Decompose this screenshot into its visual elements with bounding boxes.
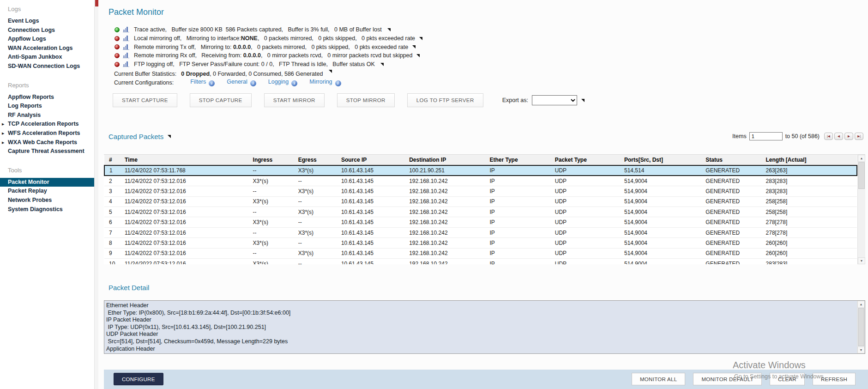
table-row[interactable]: 211/24/2022 07:53:12.016X3*(s)--10.61.43… [104,176,857,186]
stop-mirror-button[interactable]: STOP MIRROR [337,93,395,107]
sidebar-item-packet-replay[interactable]: Packet Replay [0,187,94,196]
column-header-ether-type[interactable]: Ether Type [485,155,550,165]
last-page-button[interactable]: ▶| [855,133,863,140]
tooltip-marker-icon [380,63,384,66]
sidebar-item-label: WXA Web Cache Reports [8,139,77,146]
sidebar-item-event-logs[interactable]: Event Logs [0,17,94,26]
graph-stats-icon[interactable] [123,53,129,58]
chevron-right-icon[interactable]: ▶ [2,120,4,129]
detail-scrollbar-thumb[interactable] [858,308,864,346]
stop-capture-button[interactable]: STOP CAPTURE [190,93,252,107]
graph-stats-icon[interactable] [123,44,129,50]
info-icon[interactable]: i [291,80,297,86]
sidebar-item-appflow-reports[interactable]: Appflow Reports [0,93,94,102]
table-cell: IP [485,227,550,237]
table-cell: 192.168.10.242 [404,176,485,186]
clear-button[interactable]: CLEAR [770,373,805,385]
column-header-source-ip[interactable]: Source IP [337,155,404,165]
refresh-button[interactable]: REFRESH [813,373,856,385]
table-cell: 10.61.43.145 [337,207,404,217]
info-icon[interactable]: i [335,80,341,86]
column-header-ports-src-dst[interactable]: Ports[Src, Dst] [620,155,701,165]
table-row[interactable]: 811/24/2022 07:53:12.016X3*(s)--10.61.43… [104,238,857,248]
sidebar-scrollbar[interactable] [94,0,98,389]
sidebar-item-tcp-acceleration-reports[interactable]: ▶TCP Acceleration Reports [0,120,94,129]
table-cell: IP [485,165,550,176]
column-header-[interactable]: # [104,155,120,165]
column-header-status[interactable]: Status [701,155,761,165]
sidebar-item-connection-logs[interactable]: Connection Logs [0,26,94,35]
export-as-select[interactable] [532,95,577,105]
detail-scrollbar[interactable]: ▲ ▼ [857,301,865,353]
graph-stats-icon[interactable] [123,27,129,32]
table-row[interactable]: 611/24/2022 07:53:12.016X3*(s)--10.61.43… [104,217,857,227]
table-cell: X3*(s) [248,217,294,227]
log-to-ftp-server-button[interactable]: LOG TO FTP SERVER [407,93,483,107]
scroll-up-icon[interactable]: ▲ [858,155,865,162]
table-row[interactable]: 511/24/2022 07:53:12.016--X3*(s)10.61.43… [104,207,857,217]
sidebar-item-packet-monitor[interactable]: Packet Monitor [0,178,94,187]
graph-stats-icon[interactable] [123,61,129,67]
table-cell: 192.168.10.242 [404,248,485,258]
sidebar-item-sd-wan-connection-logs[interactable]: SD-WAN Connection Logs [0,62,94,71]
table-cell: 11/24/2022 07:53:12.016 [120,207,248,217]
monitor-all-button[interactable]: MONITOR ALL [632,373,685,385]
table-cell: 3 [104,186,120,196]
chevron-right-icon[interactable]: ▶ [2,138,4,147]
configure-button[interactable]: CONFIGURE [114,373,163,385]
table-row[interactable]: 311/24/2022 07:53:12.016--X3*(s)10.61.43… [104,186,857,196]
table-cell: UDP [550,227,620,237]
column-header-egress[interactable]: Egress [294,155,337,165]
table-cell: 9 [104,248,120,258]
table-row[interactable]: 1011/24/2022 07:53:12.016X3*(s)--10.61.4… [104,259,857,264]
first-page-button[interactable]: |◀ [824,133,833,140]
sidebar-item-network-probes[interactable]: Network Probes [0,196,94,205]
items-page-input[interactable] [749,132,783,140]
monitor-default-button[interactable]: MONITOR DEFAULT [693,373,762,385]
sidebar-item-capture-threat-assessment[interactable]: Capture Threat Assessment [0,147,94,156]
start-capture-button[interactable]: START CAPTURE [113,93,177,107]
table-cell: UDP [550,176,620,186]
table-scrollbar-thumb[interactable] [858,162,865,189]
scroll-down-icon[interactable]: ▼ [857,346,865,353]
column-header-time[interactable]: Time [120,155,248,165]
sidebar-item-system-diagnostics[interactable]: System Diagnostics [0,205,94,214]
graph-stats-icon[interactable] [123,36,129,41]
sidebar-item-label: Event Logs [8,18,39,24]
table-row[interactable]: 111/24/2022 07:53:11.768--X3*(s)10.61.43… [104,165,857,176]
config-link-logging[interactable]: Logging [268,79,289,85]
table-row[interactable]: 911/24/2022 07:53:12.016--X3*(s)10.61.43… [104,248,857,258]
sidebar-scrollbar-thumb[interactable] [95,0,98,6]
column-header-packet-type[interactable]: Packet Type [550,155,620,165]
table-row[interactable]: 711/24/2022 07:53:12.016--X3*(s)10.61.43… [104,227,857,237]
column-header-ingress[interactable]: Ingress [248,155,294,165]
sidebar-item-appflow-logs[interactable]: Appflow Logs [0,35,94,44]
table-cell: 100.21.90.251 [404,165,485,176]
config-link-mirroring[interactable]: Mirroring [309,79,332,85]
scroll-down-icon[interactable]: ▼ [858,257,865,264]
table-row[interactable]: 411/24/2022 07:53:12.016X3*(s)--10.61.43… [104,196,857,207]
table-scrollbar[interactable]: ▲ ▼ [857,155,865,264]
chevron-right-icon[interactable]: ▶ [2,129,4,138]
next-page-button[interactable]: ▶ [844,133,853,140]
start-mirror-button[interactable]: START MIRROR [264,93,325,107]
sidebar-item-label: TCP Acceleration Reports [8,121,79,127]
led-red-icon [115,36,120,41]
info-icon[interactable]: i [209,80,215,86]
info-icon[interactable]: i [250,80,256,86]
sidebar-item-rf-analysis[interactable]: RF Analysis [0,111,94,120]
sidebar-item-log-reports[interactable]: Log Reports [0,102,94,111]
sidebar-item-wfs-acceleration-reports[interactable]: ▶WFS Acceleration Reports [0,129,94,138]
config-link-filters[interactable]: Filters [190,79,206,85]
sidebar-item-wxa-web-cache-reports[interactable]: ▶WXA Web Cache Reports [0,138,94,147]
prev-page-button[interactable]: ◀ [834,133,843,140]
graph-bar [125,54,127,58]
table-cell: UDP [550,196,620,207]
column-header-length-actual[interactable]: Length [Actual] [761,155,857,165]
column-header-destination-ip[interactable]: Destination IP [404,155,485,165]
sidebar-item-anti-spam-junkbox[interactable]: Anti-Spam Junkbox [0,53,94,62]
config-link-general[interactable]: General [227,79,247,85]
scroll-up-icon[interactable]: ▲ [857,301,865,308]
table-cell: GENERATED [701,217,761,227]
sidebar-item-wan-acceleration-logs[interactable]: WAN Acceleration Logs [0,44,94,53]
